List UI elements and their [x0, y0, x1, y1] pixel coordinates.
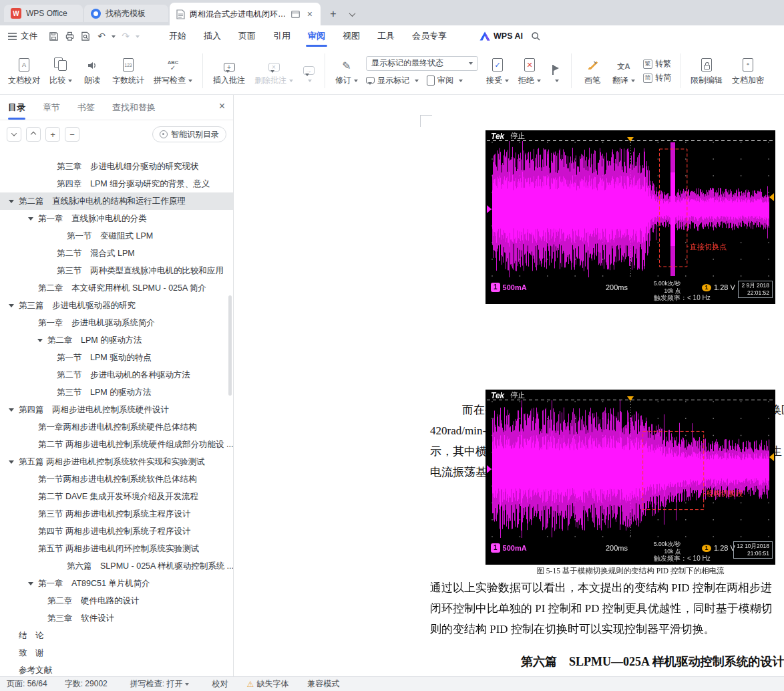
zoom-out-button[interactable]: −: [65, 127, 79, 142]
zoom-in-button[interactable]: +: [45, 127, 60, 142]
wps-ai-icon: [479, 31, 490, 41]
toc-item[interactable]: 第一章两相步进电机控制系统硬件总体结构: [0, 418, 233, 436]
scope-readout-row: 1500mA 200ms 5.00k次/秒10k 点 11.28 V 12 10…: [491, 541, 773, 555]
ink-brush-button[interactable]: 画笔: [578, 49, 607, 92]
smart-recognize-toc-button[interactable]: 智能识别目录: [152, 126, 226, 142]
close-tab-icon[interactable]: ×: [306, 9, 314, 19]
close-panel-icon[interactable]: ×: [219, 100, 225, 112]
toc-item[interactable]: 第二章 LPM 的驱动方法: [0, 331, 233, 349]
toc-item[interactable]: 第六篇 SLPMU - 025A 样机驱动控制系统 ...: [0, 557, 233, 575]
toc-item[interactable]: 第一章 步进电机驱动系统简介: [0, 314, 233, 331]
toc-item[interactable]: 第二节 两相步进电机控制系统硬件组成部分功能设 ...: [0, 436, 233, 453]
restrict-editing-icon: [701, 55, 712, 72]
toc-item[interactable]: 第一章 AT89C51 单片机简介: [0, 575, 233, 592]
toc-item-label: 第二章 LPM 的驱动方法: [47, 335, 142, 345]
toc-item[interactable]: 第二章 硬件电路的设计: [0, 592, 233, 609]
collapse-all-button[interactable]: [7, 127, 21, 142]
expand-all-button[interactable]: [26, 127, 41, 142]
next-comment-button[interactable]: →: [299, 49, 319, 92]
panel-tab[interactable]: 目录: [8, 95, 25, 120]
panel-tab[interactable]: 章节: [43, 95, 60, 120]
delete-comment-button[interactable]: × 删除批注: [250, 49, 297, 92]
toc-item[interactable]: 第三节 LPM 的驱动方法: [0, 384, 233, 401]
toc-item[interactable]: 参考文献: [0, 662, 233, 676]
print-button[interactable]: [61, 25, 77, 47]
spell-check-button[interactable]: ABC✓ 拼写检查: [150, 49, 196, 92]
menu-item[interactable]: 会员专享: [403, 25, 455, 47]
insert-comment-button[interactable]: + 插入批注: [209, 49, 249, 92]
toc-item[interactable]: 第一节两相步进电机控制系统软件总体结构: [0, 470, 233, 488]
toc-item[interactable]: 第一节 LPM 驱动的特点: [0, 349, 233, 366]
accept-change-button[interactable]: ✓ 接受: [482, 49, 513, 92]
tab-active-document[interactable]: 两相混合式步进电机闭环控制 ×: [170, 3, 321, 25]
toc-item[interactable]: 第二节 混合式 LPM: [0, 245, 233, 262]
track-changes-button[interactable]: ✎ 修订: [331, 49, 362, 92]
show-markup-button[interactable]: 显示标记: [366, 75, 419, 86]
redo-dropdown[interactable]: [134, 25, 142, 47]
mark-flag-button[interactable]: [546, 49, 565, 92]
toc-item-label: 第二节 两相步进电机控制系统硬件组成部分功能设 ...: [38, 440, 233, 449]
toc-item[interactable]: 第三章 软件设计: [0, 609, 233, 627]
toc-item[interactable]: 第四章 LPM 细分驱动研究的背景、意义: [0, 175, 233, 192]
restrict-editing-button[interactable]: 限制编辑: [687, 49, 727, 92]
save-button[interactable]: [45, 25, 61, 47]
print-preview-button[interactable]: [77, 25, 93, 47]
menu-item[interactable]: 工具: [369, 25, 403, 47]
tab-wps-office[interactable]: W WPS Office: [4, 5, 83, 22]
toc-item[interactable]: 第三节 两种类型直线脉冲电机的比较和应用: [0, 262, 233, 279]
toc-item[interactable]: 第四节 两相步进电机控制系统子程序设计: [0, 523, 233, 540]
open-in-window-icon[interactable]: [291, 11, 300, 18]
toc-item-label: 第一节 LPM 驱动的特点: [57, 353, 152, 362]
wps-ai-button[interactable]: WPS AI: [479, 25, 523, 47]
review-pane-button[interactable]: 审阅: [427, 75, 463, 86]
toc-item[interactable]: 第一节 变磁阻式 LPM: [0, 227, 233, 245]
menu-item[interactable]: 引用: [264, 25, 299, 47]
toc-item-label: 第二节 混合式 LPM: [57, 249, 135, 258]
to-traditional-button[interactable]: 繁转繁: [643, 58, 671, 70]
search-button[interactable]: [523, 25, 549, 47]
toc-item[interactable]: 第一章 直线脉冲电机的分类: [0, 210, 233, 227]
ribbon: A 文档校对 比较 朗读 123 字数统计 ABC✓ 拼写检查 + 插入批注 ×…: [0, 47, 784, 95]
toc-item[interactable]: 结 论: [0, 627, 233, 644]
panel-tab[interactable]: 书签: [77, 95, 95, 120]
markup-state-select[interactable]: 显示标记的最终状态: [366, 56, 478, 71]
toc-item[interactable]: 第三篇 步进电机驱动器的研究: [0, 297, 233, 314]
toc-item[interactable]: 第五节 两相步进电机闭环控制系统实验测试: [0, 540, 233, 557]
compare-button[interactable]: 比较: [45, 49, 76, 92]
to-simplified-button[interactable]: 简转简: [643, 72, 671, 84]
toc-item[interactable]: 第二节 步进电动机的各种驱动方法: [0, 366, 233, 384]
panel-tab[interactable]: 查找和替换: [112, 95, 156, 120]
toc-item[interactable]: 第四篇 两相步进电机控制系统硬件设计: [0, 401, 233, 418]
translate-button[interactable]: 文A 翻译: [608, 49, 639, 92]
reject-change-button[interactable]: ✕ 拒绝: [514, 49, 545, 92]
menu-item[interactable]: 视图: [334, 25, 369, 47]
menu-item[interactable]: 页面: [230, 25, 264, 47]
toc-item[interactable]: 第三章 步进电机细分驱动的研究现状: [0, 158, 233, 175]
tab-list-dropdown[interactable]: [345, 7, 359, 21]
menu-item[interactable]: 审阅: [299, 25, 334, 47]
document-page[interactable]: Tek停止 1500mA 200ms 5.00k次/秒10k 点 11.28 V…: [234, 95, 784, 676]
doc-proofread-button[interactable]: A 文档校对: [4, 49, 44, 92]
toc-list: 第三章 步进电机细分驱动的研究现状 第四章 LPM 细分驱动研究的背景、意义 第…: [0, 148, 233, 676]
undo-dropdown[interactable]: [110, 25, 118, 47]
proofread-button[interactable]: 校对: [212, 678, 228, 690]
toc-item[interactable]: 第二篇 直线脉冲电机的结构和运行工作原理: [0, 192, 233, 210]
spell-check-toggle[interactable]: 拼写检查: 打开: [130, 678, 190, 690]
read-aloud-button[interactable]: 朗读: [77, 49, 107, 92]
file-menu-button[interactable]: 文件: [0, 25, 45, 47]
toc-item[interactable]: 第二节 DAVE 集成开发环境介绍及开发流程: [0, 488, 233, 505]
undo-button[interactable]: ↶: [93, 25, 110, 47]
toc-item[interactable]: 第三节 两相步进电机控制系统主程序设计: [0, 505, 233, 523]
tab-template-search[interactable]: 找稿壳模板: [84, 5, 168, 22]
encrypt-document-button[interactable]: ＊ 文档加密: [728, 49, 768, 92]
new-tab-button[interactable]: +: [326, 7, 341, 21]
menu-item[interactable]: 开始: [160, 25, 195, 47]
redo-button[interactable]: ↷: [118, 25, 134, 47]
missing-font-warning[interactable]: ⚠缺失字体: [246, 678, 288, 690]
sidebar-scrollbar-thumb[interactable]: [228, 295, 232, 396]
menu-item[interactable]: 插入: [195, 25, 230, 47]
word-count-button[interactable]: 123 字数统计: [108, 49, 148, 92]
toc-item[interactable]: 第二章 本文研究用样机 SLPMU - 025A 简介: [0, 279, 233, 297]
toc-item[interactable]: 第五篇 两相步进电机控制系统软件实现和实验测试: [0, 453, 233, 470]
toc-item[interactable]: 致 谢: [0, 644, 233, 662]
